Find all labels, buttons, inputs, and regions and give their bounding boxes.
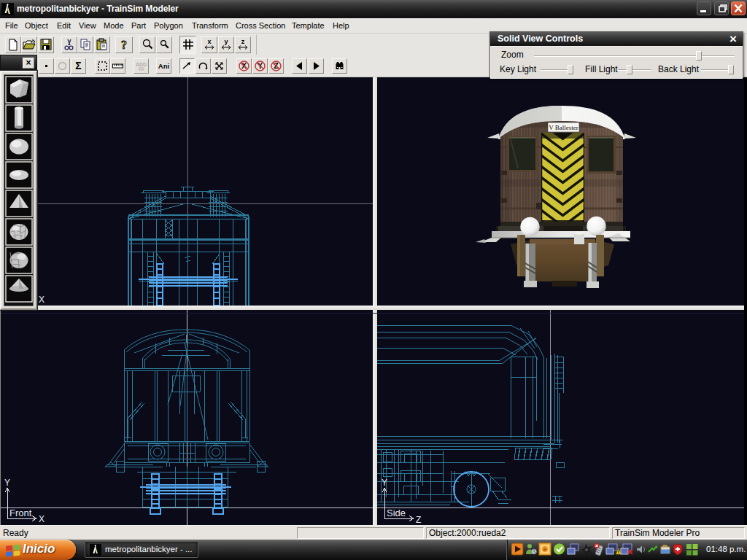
svg-text:y: y <box>224 38 228 45</box>
svg-text:Z: Z <box>416 515 421 525</box>
svg-text:Front: Front <box>9 508 32 518</box>
svg-text:ADD: ADD <box>136 62 147 67</box>
svg-text:X: X <box>39 295 44 305</box>
svg-text:Ani: Ani <box>158 62 169 70</box>
svg-text:z: z <box>241 38 245 45</box>
svg-text:Side: Side <box>387 508 406 518</box>
svg-text:Y: Y <box>4 478 10 488</box>
svg-text:X: X <box>39 514 44 524</box>
svg-text:V Ballester: V Ballester <box>549 124 578 131</box>
svg-text:x: x <box>207 38 211 45</box>
svg-text:?: ? <box>121 39 127 51</box>
svg-text:Σ: Σ <box>75 60 81 71</box>
svg-text:Y: Y <box>382 478 387 488</box>
